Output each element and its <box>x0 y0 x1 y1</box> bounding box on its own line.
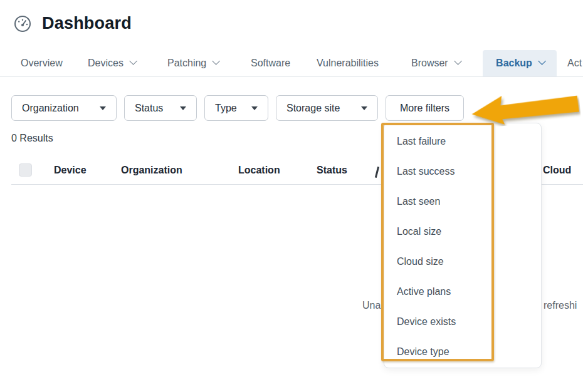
tab-browser[interactable]: Browser <box>411 50 460 76</box>
chevron-down-icon <box>129 57 137 65</box>
menu-item-cloud-size[interactable]: Cloud size <box>384 247 541 277</box>
menu-item-last-success[interactable]: Last success <box>384 157 541 187</box>
tab-label: Act <box>567 58 582 69</box>
tab-label: Browser <box>411 58 448 69</box>
column-header-device[interactable]: Device <box>54 165 87 176</box>
tab-label: Backup <box>496 58 532 69</box>
filter-label: Organization <box>22 103 79 114</box>
tab-label: Devices <box>88 58 123 69</box>
filter-label: Status <box>135 103 163 114</box>
more-filters-button[interactable]: More filters <box>386 95 464 121</box>
menu-item-last-failure[interactable]: Last failure <box>384 126 541 157</box>
tab-label: Overview <box>21 58 63 69</box>
organization-filter-button[interactable]: Organization <box>11 95 117 121</box>
chevron-down-icon <box>213 57 221 65</box>
tab-software[interactable]: Software <box>251 50 290 76</box>
dropdown-triangle-icon <box>251 106 258 110</box>
select-all-checkbox[interactable] <box>19 163 32 177</box>
chevron-down-icon <box>454 57 462 65</box>
tab-overview[interactable]: Overview <box>21 50 63 76</box>
menu-item-device-exists[interactable]: Device exists <box>384 307 541 337</box>
dropdown-triangle-icon <box>180 106 186 110</box>
gauge-icon <box>14 15 31 33</box>
column-header-status[interactable]: Status <box>317 165 347 176</box>
filter-label: Type <box>215 103 237 114</box>
filter-row: Organization Status Type Storage site Mo… <box>11 95 464 121</box>
column-header-location[interactable]: Location <box>238 165 280 176</box>
type-filter-button[interactable]: Type <box>204 95 268 121</box>
menu-item-device-type[interactable]: Device type <box>384 337 541 367</box>
filter-label: Storage site <box>286 103 340 114</box>
more-filters-menu: Last failure Last success Last seen Loca… <box>384 123 542 368</box>
results-count: 0 Results <box>11 133 53 144</box>
tab-label: Software <box>251 58 290 69</box>
backup-dashboard-page: Dashboard Overview Devices Patching Soft… <box>0 0 583 392</box>
tab-activities-clipped[interactable]: Act <box>567 50 582 76</box>
dropdown-triangle-icon <box>361 106 367 110</box>
tab-label: Vulnerabilities <box>317 58 379 69</box>
column-header-organization[interactable]: Organization <box>121 165 182 176</box>
tab-backup[interactable]: Backup <box>483 50 557 76</box>
tab-devices[interactable]: Devices <box>88 50 135 76</box>
menu-item-local-size[interactable]: Local size <box>384 217 541 247</box>
chevron-down-icon <box>538 57 546 65</box>
empty-state-text-fragment: Una <box>362 300 381 311</box>
menu-item-active-plans[interactable]: Active plans <box>384 277 541 307</box>
page-header: Dashboard <box>14 14 132 33</box>
tab-patching[interactable]: Patching <box>167 50 218 76</box>
column-header-cloud[interactable]: Cloud <box>543 165 571 176</box>
tab-vulnerabilities[interactable]: Vulnerabilities <box>317 50 379 76</box>
page-title: Dashboard <box>42 14 132 33</box>
filter-label: More filters <box>400 103 449 114</box>
empty-state-text-fragment: refreshi <box>544 300 577 311</box>
dropdown-triangle-icon <box>100 106 106 110</box>
status-filter-button[interactable]: Status <box>124 95 197 121</box>
storage-site-filter-button[interactable]: Storage site <box>276 95 378 121</box>
tab-label: Patching <box>167 58 206 69</box>
clipped-column-header-fragment <box>375 167 379 178</box>
tab-bar: Overview Devices Patching Software Vulne… <box>0 50 583 77</box>
menu-item-last-seen[interactable]: Last seen <box>384 187 541 217</box>
